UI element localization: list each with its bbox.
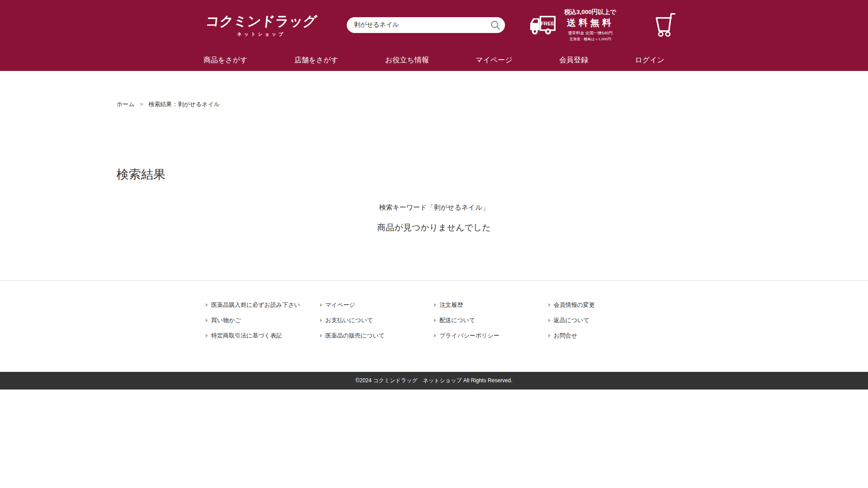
cart-icon (650, 11, 679, 37)
footer-link-delivery[interactable]: 配送について (439, 316, 475, 324)
footer-link-commerce-law[interactable]: 特定商取引法に基づく表記 (211, 332, 282, 340)
copyright-text: ©2024 コクミンドラッグ ネットショップ All Rights Reserv… (0, 372, 868, 389)
arrow-right-icon (206, 334, 208, 338)
no-results-message: 商品が見つかりませんでした (117, 222, 751, 234)
free-badge-text: FREE (541, 21, 555, 26)
arrow-right-icon (548, 303, 551, 307)
site-footer: 医薬品購入前に必ずお読み下さい 買い物かご 特定商取引法に基づく表記 マイページ… (0, 280, 868, 389)
breadcrumb-home-link[interactable]: ホーム (117, 101, 135, 108)
footer-link-medicine-notice[interactable]: 医薬品購入前に必ずお読み下さい (211, 301, 300, 309)
shipping-text: 税込3,000円以上で 送料無料 通常料金 全国一律540円 北海道・離島は＋1… (559, 8, 622, 42)
main-content: 検索結果 検索キーワード「剥がせるネイル」 商品が見つかりませんでした (117, 166, 751, 234)
shipping-free-label: 送料無料 (559, 17, 622, 29)
arrow-right-icon (434, 334, 436, 338)
nav-item-products[interactable]: 商品をさがす (203, 56, 248, 65)
site-header: コクミンドラッグ ネットショップ FREE (0, 0, 868, 71)
footer-link-returns[interactable]: 返品について (554, 316, 590, 324)
footer-column-4: 会員情報の変更 返品について お問合せ (548, 300, 663, 347)
logo-subtitle: ネットショップ (206, 31, 317, 38)
arrow-right-icon (206, 303, 208, 307)
free-shipping-truck-icon: FREE (528, 14, 557, 36)
footer-link-shopping-cart[interactable]: 買い物かご (211, 316, 241, 324)
nav-item-stores[interactable]: 店舗をさがす (294, 56, 339, 65)
nav-item-mypage[interactable]: マイページ (476, 56, 513, 65)
breadcrumb: ホーム > 検索結果：剥がせるネイル (117, 100, 751, 108)
arrow-right-icon (434, 303, 436, 307)
footer-link-contact[interactable]: お問合せ (554, 332, 578, 340)
arrow-right-icon (320, 319, 322, 322)
shipping-normal-fee: 通常料金 全国一律540円 (559, 30, 622, 36)
footer-column-2: マイページ お支払いについて 医薬品の販売について (320, 300, 434, 347)
nav-item-info[interactable]: お役立ち情報 (385, 56, 429, 65)
footer-link-member-info[interactable]: 会員情報の変更 (554, 301, 595, 309)
footer-link-payment[interactable]: お支払いについて (326, 316, 373, 324)
search-box (347, 17, 505, 33)
cart-button[interactable] (650, 11, 679, 38)
nav-item-login[interactable]: ログイン (635, 56, 665, 65)
site-logo[interactable]: コクミンドラッグ ネットショップ (206, 12, 317, 38)
header-top: コクミンドラッグ ネットショップ FREE (206, 0, 662, 50)
search-input[interactable] (347, 17, 505, 33)
shipping-threshold: 税込3,000円以上で (559, 8, 622, 16)
free-shipping-banner: FREE 税込3,000円以上で 送料無料 通常料金 全国一律540円 北海道・… (528, 8, 622, 42)
breadcrumb-current: 検索結果：剥がせるネイル (148, 101, 220, 108)
search-icon (490, 19, 501, 31)
arrow-right-icon (206, 319, 208, 322)
nav-item-register[interactable]: 会員登録 (559, 56, 588, 65)
footer-link-order-history[interactable]: 注文履歴 (439, 301, 463, 309)
footer-link-medicine-sales[interactable]: 医薬品の販売について (326, 332, 385, 340)
arrow-right-icon (434, 319, 436, 322)
logo-title: コクミンドラッグ (205, 12, 318, 31)
page-title: 検索結果 (117, 166, 751, 183)
breadcrumb-separator: > (140, 101, 143, 108)
footer-link-mypage[interactable]: マイページ (326, 301, 355, 309)
search-keyword-text: 検索キーワード「剥がせるネイル」 (117, 203, 751, 212)
arrow-right-icon (548, 319, 551, 322)
search-button[interactable] (490, 19, 501, 31)
arrow-right-icon (320, 303, 322, 307)
shipping-remote-fee: 北海道・離島は＋1,000円 (559, 37, 622, 42)
arrow-right-icon (548, 334, 551, 338)
footer-column-3: 注文履歴 配送について プライバシーポリシー (434, 300, 548, 347)
main-nav: 商品をさがす 店舗をさがす お役立ち情報 マイページ 会員登録 ログイン (203, 50, 665, 71)
footer-links: 医薬品購入前に必ずお読み下さい 買い物かご 特定商取引法に基づく表記 マイページ… (206, 300, 662, 347)
footer-link-privacy-policy[interactable]: プライバシーポリシー (439, 332, 499, 340)
footer-column-1: 医薬品購入前に必ずお読み下さい 買い物かご 特定商取引法に基づく表記 (206, 300, 320, 347)
arrow-right-icon (320, 334, 322, 338)
